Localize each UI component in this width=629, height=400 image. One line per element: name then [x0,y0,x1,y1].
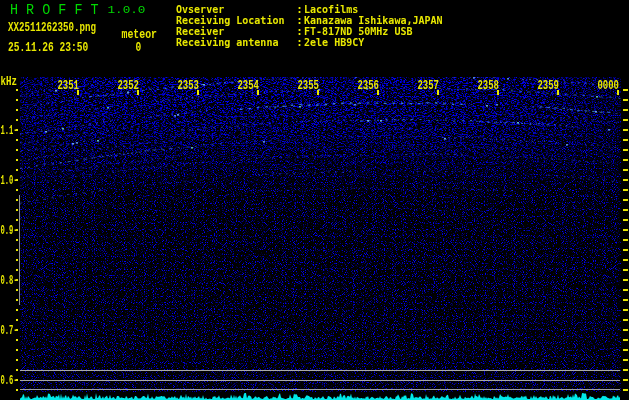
svg-text:2351: 2351 [57,79,79,93]
svg-text:meteor: meteor [122,26,158,41]
svg-text:0.8-: 0.8- [1,274,18,287]
svg-text:1.0.0: 1.0.0 [108,4,146,17]
svg-text:2355: 2355 [297,79,319,93]
svg-text:0.9-: 0.9- [1,224,18,237]
svg-text:2358: 2358 [477,79,499,93]
svg-text:2356: 2356 [357,79,379,93]
svg-text:1.1-: 1.1- [1,124,18,137]
svg-text:2354: 2354 [237,79,259,93]
svg-text:25.11.26 23:50: 25.11.26 23:50 [8,41,88,55]
svg-text:2359: 2359 [537,79,559,93]
svg-text:H R O F F T: H R O F F T [10,1,99,18]
svg-text:0000: 0000 [597,79,619,93]
svg-text:0.7-: 0.7- [1,324,18,337]
svg-text:XX2511262350.png: XX2511262350.png [8,21,96,35]
svg-text:2352: 2352 [117,79,139,93]
svg-text:0.6-: 0.6- [1,374,18,387]
svg-text:2357: 2357 [417,79,439,93]
svg-text:0: 0 [136,41,142,55]
svg-text:1.0-: 1.0- [1,174,18,187]
svg-text:2353: 2353 [177,79,199,93]
svg-text:kHz: kHz [1,75,17,89]
